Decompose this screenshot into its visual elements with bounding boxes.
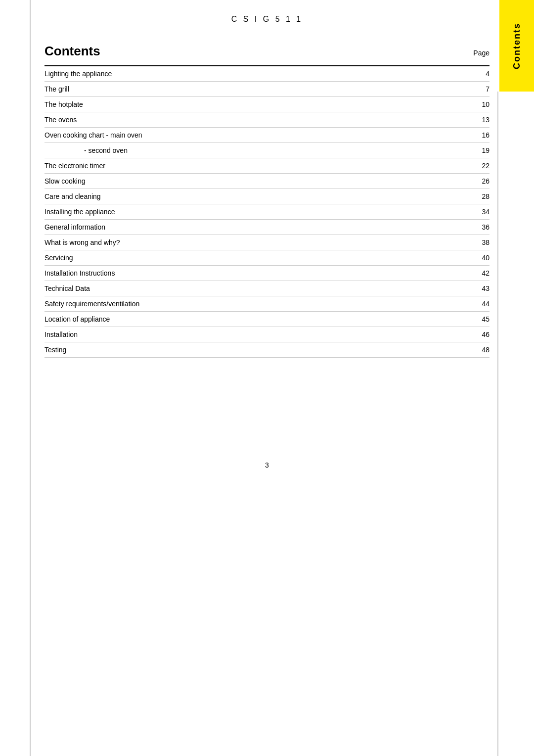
toc-row[interactable]: Servicing40	[44, 250, 490, 266]
toc-item-page: 42	[475, 269, 490, 277]
toc-item-name: The grill	[44, 85, 69, 93]
toc-item-name: Installing the appliance	[44, 208, 115, 216]
side-tab-label: Contents	[512, 23, 522, 69]
toc-item-page: 13	[475, 116, 490, 124]
toc-item-page: 7	[475, 85, 490, 93]
contents-side-tab: Contents	[499, 0, 534, 92]
toc-row[interactable]: Location of appliance45	[44, 312, 490, 327]
page-container: Contents C S I G 5 1 1 Contents Page Lig…	[0, 0, 534, 756]
toc-row[interactable]: - second oven19	[44, 143, 490, 158]
toc-item-page: 43	[475, 284, 490, 292]
main-content: C S I G 5 1 1 Contents Page Lighting the…	[44, 0, 490, 358]
contents-title: Contents	[44, 44, 100, 59]
toc-row[interactable]: Installing the appliance34	[44, 204, 490, 220]
toc-item-name: Technical Data	[44, 284, 90, 292]
toc-item-page: 40	[475, 254, 490, 262]
toc-item-page: 34	[475, 208, 490, 216]
toc-item-name: Lighting the appliance	[44, 70, 112, 78]
toc-row[interactable]: Slow cooking26	[44, 174, 490, 189]
left-border	[30, 0, 31, 756]
toc-row[interactable]: The grill7	[44, 82, 490, 97]
toc-item-page: 46	[475, 331, 490, 338]
page-number: 3	[265, 461, 269, 469]
toc-item-page: 28	[475, 192, 490, 200]
toc-row[interactable]: General information36	[44, 220, 490, 235]
toc-row[interactable]: Lighting the appliance4	[44, 66, 490, 82]
right-border	[497, 92, 498, 756]
toc-row[interactable]: Testing48	[44, 342, 490, 358]
toc-item-page: 26	[475, 177, 490, 185]
toc-item-name: Oven cooking chart - main oven	[44, 131, 142, 139]
toc-item-page: 38	[475, 238, 490, 246]
toc-item-page: 44	[475, 300, 490, 308]
toc-item-page: 48	[475, 346, 490, 354]
toc-row[interactable]: The hotplate10	[44, 97, 490, 112]
toc-item-name: Installation Instructions	[44, 269, 115, 277]
toc-item-name: Slow cooking	[44, 177, 86, 185]
toc-item-name: General information	[44, 223, 105, 231]
toc-row[interactable]: Safety requirements/ventilation44	[44, 296, 490, 312]
toc-row[interactable]: Installation Instructions42	[44, 266, 490, 281]
toc-row[interactable]: Oven cooking chart - main oven16	[44, 128, 490, 143]
toc-item-name: Servicing	[44, 254, 73, 262]
toc-row[interactable]: Installation46	[44, 327, 490, 342]
toc-item-page: 45	[475, 315, 490, 323]
toc-item-name: The electronic timer	[44, 162, 105, 170]
toc-item-page: 22	[475, 162, 490, 170]
toc-item-page: 16	[475, 131, 490, 139]
toc-item-name: Care and cleaning	[44, 192, 101, 200]
toc-row[interactable]: The electronic timer22	[44, 158, 490, 174]
toc-item-name: - second oven	[44, 146, 128, 154]
toc-item-page: 10	[475, 100, 490, 108]
page-column-label: Page	[473, 49, 490, 57]
contents-header: Contents Page	[44, 44, 490, 66]
toc-item-page: 4	[475, 70, 490, 78]
toc-row[interactable]: The ovens13	[44, 112, 490, 128]
toc-item-name: The ovens	[44, 116, 77, 124]
toc-item-name: Safety requirements/ventilation	[44, 300, 139, 308]
toc-item-page: 36	[475, 223, 490, 231]
toc-item-name: Location of appliance	[44, 315, 110, 323]
toc-item-name: Testing	[44, 346, 66, 354]
toc-row[interactable]: What is wrong and why?38	[44, 235, 490, 250]
toc-table: Lighting the appliance4The grill7The hot…	[44, 66, 490, 358]
toc-item-page: 19	[475, 146, 490, 154]
toc-item-name: Installation	[44, 331, 78, 338]
toc-item-name: What is wrong and why?	[44, 238, 120, 246]
model-name: C S I G 5 1 1	[44, 10, 490, 24]
toc-row[interactable]: Technical Data43	[44, 281, 490, 296]
toc-item-name: The hotplate	[44, 100, 83, 108]
toc-row[interactable]: Care and cleaning28	[44, 189, 490, 204]
